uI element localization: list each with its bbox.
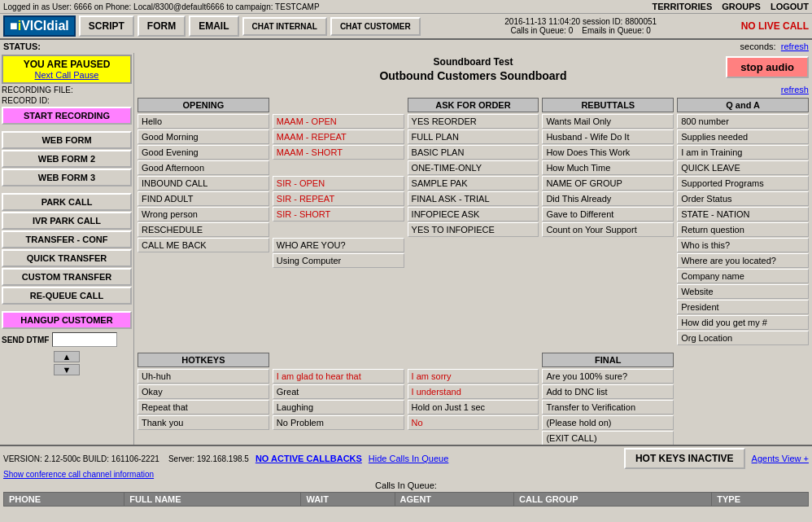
send-dtmf-label: SEND DTMF [2, 336, 49, 344]
show-conf-link[interactable]: Show conference call channel information [3, 470, 154, 479]
sb-repeat-that[interactable]: Repeat that [138, 400, 269, 415]
sb-wrong-person[interactable]: Wrong person [138, 207, 269, 222]
sb-how-much-time[interactable]: How Much Time [542, 160, 674, 175]
seconds-text: seconds: [740, 42, 776, 51]
sb-call-me-back[interactable]: CALL ME BACK [138, 238, 269, 252]
sb-website[interactable]: Website [677, 284, 809, 299]
next-call-pause-link[interactable]: Next Call Pause [35, 70, 99, 80]
sb-who-is-this[interactable]: Who is this? [677, 238, 809, 252]
stop-audio-button[interactable]: stop audio [726, 56, 809, 78]
sb-laughing[interactable]: Laughing [273, 400, 404, 415]
sb-no[interactable]: No [408, 415, 539, 430]
web-form-button[interactable]: WEB FORM [2, 131, 132, 149]
sb-full-plan[interactable]: FULL PLAN [408, 129, 539, 144]
sb-i-understand[interactable]: I understand [408, 384, 539, 399]
sb-who-are-you[interactable]: WHO ARE YOU? [273, 238, 404, 252]
refresh-link-top[interactable]: refresh [781, 42, 809, 51]
sb-supported-programs[interactable]: Supported Programs [677, 176, 809, 191]
sb-infopiece-ask[interactable]: INFOPIECE ASK [408, 207, 539, 222]
requeue-call-button[interactable]: RE-QUEUE CALL [2, 287, 132, 305]
sb-maam-repeat[interactable]: MAAM - REPEAT [273, 129, 404, 144]
sb-order-status[interactable]: Order Status [677, 191, 809, 206]
sb-i-am-sorry[interactable]: I am sorry [408, 369, 539, 384]
ivr-park-call-button[interactable]: IVR PARK CALL [2, 212, 132, 230]
sb-reschedule[interactable]: RESCHEDULE [138, 222, 269, 237]
sb-final-ask-trial[interactable]: FINAL ASK - TRIAL [408, 191, 539, 206]
sb-good-morning[interactable]: Good Morning [138, 129, 269, 144]
sb-hello[interactable]: Hello [138, 114, 269, 129]
sb-supplies-needed[interactable]: Supplies needed [677, 129, 809, 144]
start-recording-button[interactable]: START RECORDING [2, 107, 132, 125]
sb-president[interactable]: President [677, 300, 809, 314]
sb-quick-leave[interactable]: QUICK LEAVE [677, 160, 809, 175]
sb-state-nation[interactable]: STATE - NATION [677, 207, 809, 222]
sb-return-question[interactable]: Return question [677, 222, 809, 237]
sb-find-adult[interactable]: FIND ADULT [138, 191, 269, 206]
agents-view-link[interactable]: Agents View + [752, 454, 809, 463]
sb-one-time-only[interactable]: ONE-TIME-ONLY [408, 160, 539, 175]
form-button[interactable]: FORM [138, 15, 186, 37]
header: ■iVICIdial SCRIPT FORM EMAIL CHAT INTERN… [0, 14, 812, 40]
logout-link[interactable]: LOGOUT [771, 2, 809, 11]
chat-internal-button[interactable]: CHAT INTERNAL [242, 17, 327, 36]
custom-transfer-button[interactable]: CUSTOM TRANSFER [2, 268, 132, 286]
sb-wants-mail-only[interactable]: Wants Mail Only [542, 114, 674, 129]
sb-sir-short[interactable]: SIR - SHORT [273, 207, 404, 222]
sb-maam-open[interactable]: MAAM - OPEN [273, 114, 404, 129]
sb-add-to-dnc[interactable]: Add to DNC list [542, 384, 674, 399]
sb-inbound-call[interactable]: INBOUND CALL [138, 176, 269, 191]
chat-customer-button[interactable]: CHAT CUSTOMER [330, 17, 421, 36]
sb-okay[interactable]: Okay [138, 384, 269, 399]
sb-please-hold-on[interactable]: (Please hold on) [542, 415, 674, 430]
refresh-link[interactable]: refresh [641, 85, 809, 94]
sb-using-computer[interactable]: Using Computer [273, 253, 404, 268]
sb-yes-to-infopiece[interactable]: YES TO INFOPIECE [408, 222, 539, 237]
sb-thank-you[interactable]: Thank you [138, 415, 269, 430]
hangup-customer-button[interactable]: HANGUP CUSTOMER [2, 311, 132, 329]
vol-up-icon[interactable]: ▲ [54, 351, 80, 362]
sb-great[interactable]: Great [273, 384, 404, 399]
sb-uh-huh[interactable]: Uh-huh [138, 369, 269, 384]
sb-transfer-verification[interactable]: Transfer to Verification [542, 400, 674, 415]
sb-maam-short[interactable]: MAAM - SHORT [273, 145, 404, 160]
territories-link[interactable]: TERRITORIES [652, 2, 712, 11]
sb-gave-to-different[interactable]: Gave to Different [542, 207, 674, 222]
sb-sir-open[interactable]: SIR - OPEN [273, 176, 404, 191]
no-callbacks-link[interactable]: NO ACTIVE CALLBACKS [255, 454, 362, 463]
sb-how-does-this-work[interactable]: How Does This Work [542, 145, 674, 160]
sb-hold-on-1sec[interactable]: Hold on Just 1 sec [408, 400, 539, 415]
quick-transfer-button[interactable]: QUICK TRANSFER [2, 249, 132, 267]
sb-good-evening[interactable]: Good Evening [138, 145, 269, 160]
sb-did-this-already[interactable]: Did This Already [542, 191, 674, 206]
sb-glad-to-hear[interactable]: I am glad to hear that [273, 369, 404, 384]
hot-keys-inactive-button[interactable]: HOT KEYS INACTIVE [624, 448, 745, 469]
script-button[interactable]: SCRIPT [79, 15, 134, 37]
status-bar: STATUS: seconds: refresh [0, 40, 812, 53]
sb-exit-call[interactable]: (EXIT CALL) [542, 431, 674, 445]
sb-basic-plan[interactable]: BASIC PLAN [408, 145, 539, 160]
sb-count-on-your-support[interactable]: Count on Your Support [542, 222, 674, 237]
sb-where-are-you-located[interactable]: Where are you located? [677, 253, 809, 268]
sb-no-problem[interactable]: No Problem [273, 415, 404, 430]
dtmf-input[interactable] [52, 332, 117, 347]
sb-are-you-sure[interactable]: Are you 100% sure? [542, 369, 674, 384]
web-form2-button[interactable]: WEB FORM 2 [2, 150, 132, 168]
transfer-conf-button[interactable]: TRANSFER - CONF [2, 230, 132, 248]
park-call-button[interactable]: PARK CALL [2, 193, 132, 211]
sb-800-number[interactable]: 800 number [677, 114, 809, 129]
sb-yes-reorder[interactable]: YES REORDER [408, 114, 539, 129]
sb-how-did-you-get-my-number[interactable]: How did you get my # [677, 315, 809, 330]
sb-company-name[interactable]: Company name [677, 269, 809, 283]
hide-calls-in-queue-link[interactable]: Hide Calls In Queue [369, 454, 448, 463]
web-form3-button[interactable]: WEB FORM 3 [2, 169, 132, 186]
sb-org-location[interactable]: Org Location [677, 331, 809, 345]
email-button[interactable]: EMAIL [189, 15, 238, 37]
sb-i-am-in-training[interactable]: I am in Training [677, 145, 809, 160]
sb-name-of-group[interactable]: NAME OF GROUP [542, 176, 674, 191]
sb-sir-repeat[interactable]: SIR - REPEAT [273, 191, 404, 206]
sb-sample-pak[interactable]: SAMPLE PAK [408, 176, 539, 191]
sb-husband-wife-do-it[interactable]: Husband - Wife Do It [542, 129, 674, 144]
sb-good-afternoon[interactable]: Good Afternoon [138, 160, 269, 175]
vol-down-icon[interactable]: ▼ [54, 364, 80, 375]
groups-link[interactable]: GROUPS [722, 2, 761, 11]
